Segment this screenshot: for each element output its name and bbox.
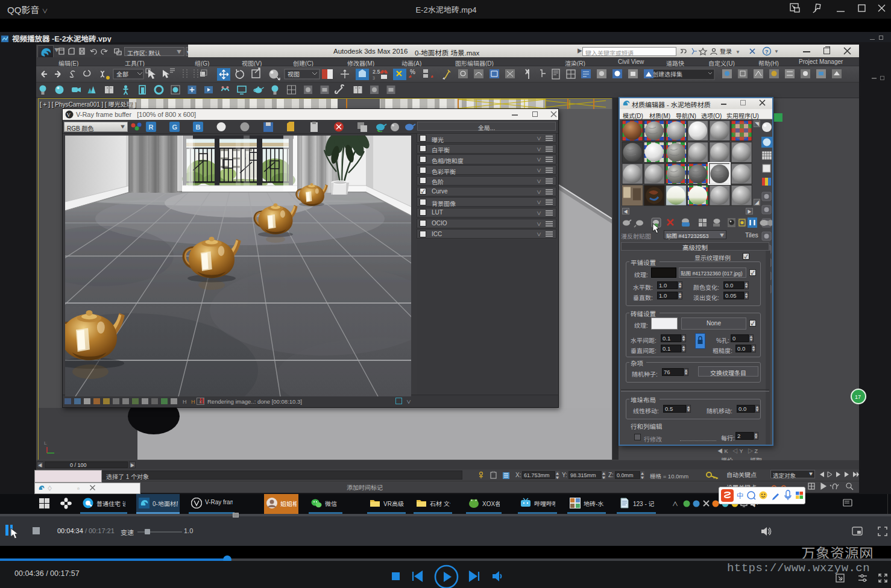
svg-text:L: L <box>44 440 47 446</box>
svg-text:G: G <box>172 124 178 131</box>
svg-text:全部: 全部 <box>116 71 128 78</box>
svg-text:H: H <box>191 399 195 405</box>
svg-text:R: R <box>149 124 154 131</box>
svg-text:视图: 视图 <box>288 71 300 78</box>
svg-text:%: % <box>410 69 415 75</box>
svg-text:17: 17 <box>855 394 861 400</box>
svg-text:中: 中 <box>737 492 744 500</box>
svg-text:B: B <box>196 124 201 131</box>
svg-text:2.5: 2.5 <box>373 69 380 75</box>
svg-text:▼: ▼ <box>735 49 740 55</box>
svg-text:?: ? <box>765 49 769 55</box>
svg-text:登录: 登录 <box>720 48 732 55</box>
svg-text:H: H <box>183 399 187 405</box>
svg-text:创建选择集: 创建选择集 <box>652 71 682 78</box>
svg-text:▼: ▼ <box>774 49 779 54</box>
svg-text:3: 3 <box>373 76 375 80</box>
svg-text:V: V <box>67 112 71 118</box>
